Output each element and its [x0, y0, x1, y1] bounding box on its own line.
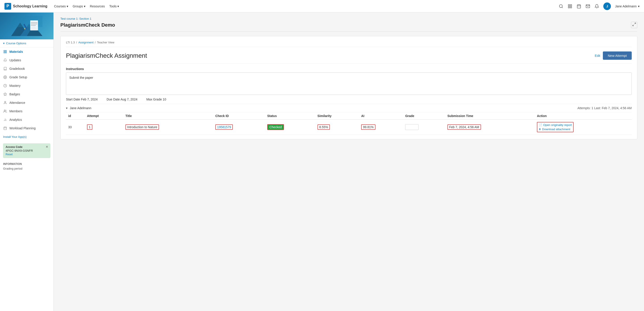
- col-status: Status: [265, 112, 315, 120]
- page-layout: ▾ Course Options Materials Updates Grade…: [0, 13, 644, 311]
- sidebar-item-grade-setup[interactable]: Grade Setup: [0, 73, 54, 82]
- svg-point-29: [4, 110, 5, 111]
- attendance-icon: [3, 101, 7, 105]
- instructions-title: Instructions: [66, 67, 632, 71]
- sidebar-item-mastery[interactable]: Mastery: [0, 82, 54, 90]
- svg-rect-22: [5, 50, 6, 52]
- cell-title: Introduction to Nature: [123, 120, 213, 135]
- assignment-breadcrumb-link[interactable]: Assignment: [78, 41, 94, 44]
- sidebar-item-members[interactable]: Members: [0, 107, 54, 115]
- doc-icon: 📄: [539, 123, 542, 127]
- nav-courses[interactable]: Courses ▾: [54, 5, 68, 8]
- meta-row: Start Date Feb 7, 2024 Due Date Aug 7, 2…: [66, 95, 632, 104]
- breadcrumb-course[interactable]: Test course 1: Section 1: [60, 17, 92, 20]
- bell-icon: [3, 58, 7, 62]
- due-date-field: Due Date Aug 7, 2024: [107, 98, 138, 101]
- chevron-down-icon: ▾: [67, 5, 68, 8]
- avatar[interactable]: J: [603, 3, 611, 10]
- sidebar-item-analytics[interactable]: Analytics: [0, 115, 54, 124]
- chevron-down-icon: ▾: [638, 5, 640, 8]
- cell-attempt: 1: [85, 120, 123, 135]
- expand-icon[interactable]: [631, 22, 637, 28]
- student-name: Jane Adelmann: [70, 106, 92, 110]
- page-title: PlagiarismCheck Demo: [60, 22, 115, 28]
- svg-rect-2: [568, 5, 570, 6]
- bell-icon[interactable]: [594, 4, 599, 9]
- card-breadcrumb: LTI 1.3 / Assignment / Teacher View: [66, 41, 632, 47]
- chevron-down-icon[interactable]: ▾: [66, 106, 68, 110]
- edit-link[interactable]: Edit: [595, 54, 600, 58]
- col-check-id: Check ID: [213, 112, 265, 120]
- open-originality-report-link[interactable]: 📄 Open originality report: [539, 123, 572, 127]
- col-grade: Grade: [403, 112, 445, 120]
- svg-rect-33: [4, 127, 6, 130]
- chevron-down-icon: ▾: [118, 5, 119, 8]
- svg-point-28: [4, 101, 6, 103]
- svg-rect-5: [570, 7, 572, 8]
- search-icon[interactable]: [558, 4, 564, 9]
- cell-submission-time: Feb 7, 2024, 4:56 AM: [445, 120, 535, 135]
- mail-icon[interactable]: [586, 4, 590, 9]
- grade-input[interactable]: [405, 124, 418, 130]
- check-id-value[interactable]: 19581579: [215, 124, 233, 130]
- gear-icon: [3, 75, 7, 79]
- cell-status: Checked: [265, 120, 315, 135]
- table-header-row: id Attempt Title Check ID Status Similar…: [66, 112, 632, 120]
- badge-icon: [3, 92, 7, 96]
- grid-icon: [3, 50, 7, 54]
- cell-action: 📄 Open originality report ⬇ Download att…: [535, 120, 632, 135]
- sidebar-item-gradebook[interactable]: Gradebook: [0, 65, 54, 73]
- page-header: PlagiarismCheck Demo: [60, 22, 637, 32]
- col-attempt: Attempt: [85, 112, 123, 120]
- nav-tools[interactable]: Tools ▾: [109, 5, 119, 8]
- max-grade-field: Max Grade 10: [146, 98, 166, 101]
- sidebar-item-updates[interactable]: Updates: [0, 56, 54, 65]
- install-apps-link[interactable]: Install Your App(s): [0, 132, 54, 141]
- svg-rect-6: [577, 5, 581, 8]
- app-logo[interactable]: P Schoology Learning: [4, 3, 48, 10]
- nav-resources[interactable]: Resources: [90, 5, 105, 8]
- breadcrumb-separator: /: [76, 41, 77, 44]
- info-section: Information Grading period: [0, 160, 54, 173]
- course-thumbnail: [0, 13, 54, 39]
- col-ai: AI: [359, 112, 403, 120]
- analytics-icon: [3, 118, 7, 122]
- grid-icon[interactable]: [568, 4, 572, 9]
- svg-rect-23: [4, 52, 5, 53]
- title-value: Introduction to Nature: [126, 124, 159, 130]
- breadcrumb-separator: /: [95, 41, 96, 44]
- nav-right: J Jane Adelmann ▾: [558, 3, 640, 10]
- sidebar-item-materials[interactable]: Materials: [0, 48, 54, 56]
- calendar-icon[interactable]: [576, 4, 582, 9]
- cell-similarity: 8.55%: [315, 120, 359, 135]
- user-menu[interactable]: Jane Adelmann ▾: [615, 5, 640, 8]
- svg-marker-27: [4, 93, 6, 96]
- content-card: LTI 1.3 / Assignment / Teacher View Plag…: [60, 36, 637, 139]
- main-content: Test course 1: Section 1 PlagiarismCheck…: [54, 13, 644, 311]
- members-icon: [3, 109, 7, 113]
- submissions-table: id Attempt Title Check ID Status Similar…: [66, 112, 632, 135]
- download-attachment-link[interactable]: ⬇ Download attachment: [539, 128, 572, 131]
- nav-groups[interactable]: Groups ▾: [73, 5, 86, 8]
- svg-rect-24: [5, 52, 6, 53]
- similarity-value: 8.55%: [318, 124, 330, 130]
- cell-id: 33: [66, 120, 85, 135]
- chevron-down-icon: ▾: [84, 5, 86, 8]
- app-name: Schoology Learning: [13, 4, 48, 8]
- sidebar-item-attendance[interactable]: Attendance: [0, 98, 54, 107]
- sidebar: ▾ Course Options Materials Updates Grade…: [0, 13, 54, 311]
- course-options[interactable]: ▾ Course Options: [0, 39, 54, 48]
- breadcrumb: Test course 1: Section 1: [60, 17, 637, 20]
- col-similarity: Similarity: [315, 112, 359, 120]
- col-id: id: [66, 112, 85, 120]
- teacher-view-breadcrumb: Teacher View: [97, 41, 114, 44]
- reset-link[interactable]: Reset: [6, 153, 48, 156]
- workload-icon: [3, 126, 7, 130]
- start-date-field: Start Date Feb 7, 2024: [66, 98, 98, 101]
- cell-grade: [403, 120, 445, 135]
- sidebar-item-badges[interactable]: Badges: [0, 90, 54, 98]
- new-attempt-button[interactable]: New Attempt: [603, 52, 632, 60]
- close-icon[interactable]: ✕: [46, 145, 48, 149]
- download-icon: ⬇: [539, 128, 541, 131]
- sidebar-item-workload-planning[interactable]: Workload Planning: [0, 124, 54, 132]
